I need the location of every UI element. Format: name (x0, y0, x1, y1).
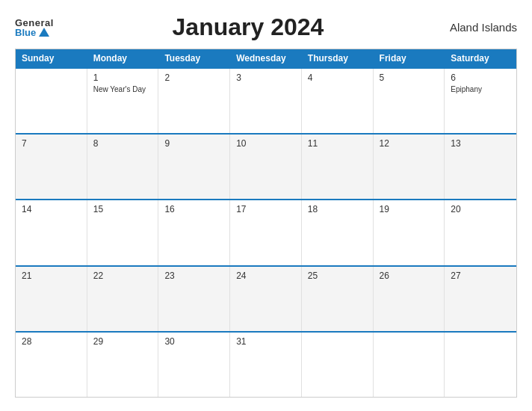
calendar-week-1: 1New Year's Day23456Epiphany (16, 67, 516, 133)
calendar-cell (302, 333, 374, 397)
day-number: 28 (22, 336, 81, 347)
calendar-cell (16, 69, 87, 133)
calendar-cell (374, 333, 445, 397)
page-header: General Blue January 2024 Aland Islands (15, 13, 517, 41)
calendar-cell: 16 (158, 200, 230, 265)
day-number: 6 (451, 72, 510, 83)
calendar-cell: 4 (302, 69, 374, 133)
logo-general-text: General (15, 18, 54, 28)
day-number: 16 (164, 204, 223, 214)
day-number: 9 (164, 138, 223, 149)
day-number: 8 (93, 138, 152, 149)
calendar-cell: 9 (158, 135, 230, 199)
day-number: 22 (93, 271, 152, 281)
calendar-cell: 23 (158, 267, 230, 331)
day-number: 10 (236, 138, 295, 149)
region-label: Aland Islands (442, 21, 517, 34)
day-header-sunday: Sunday (16, 49, 87, 67)
calendar-cell: 29 (87, 333, 159, 397)
calendar-body: 1New Year's Day23456Epiphany789101112131… (16, 67, 516, 397)
calendar-cell: 20 (445, 200, 516, 265)
calendar-cell: 21 (16, 267, 87, 331)
day-number: 17 (236, 204, 295, 214)
day-number: 1 (93, 72, 152, 83)
day-number: 12 (380, 138, 439, 149)
calendar-header-row: SundayMondayTuesdayWednesdayThursdayFrid… (16, 49, 516, 67)
calendar-cell: 5 (374, 69, 445, 133)
calendar-grid: SundayMondayTuesdayWednesdayThursdayFrid… (15, 49, 517, 398)
calendar-cell: 30 (158, 333, 230, 397)
logo-blue-text: Blue (15, 28, 49, 37)
day-header-tuesday: Tuesday (158, 49, 230, 67)
calendar-cell: 26 (374, 267, 445, 331)
holiday-label: Epiphany (451, 85, 510, 93)
day-header-monday: Monday (87, 49, 159, 67)
calendar-cell: 1New Year's Day (87, 69, 159, 133)
day-number: 15 (93, 204, 152, 214)
calendar-cell (445, 333, 516, 397)
day-header-thursday: Thursday (302, 49, 374, 67)
calendar-cell: 19 (374, 200, 445, 265)
day-number: 3 (236, 72, 295, 83)
day-number: 13 (451, 138, 510, 149)
day-number: 24 (236, 271, 295, 281)
calendar-title: January 2024 (54, 13, 442, 41)
calendar-cell: 24 (230, 267, 302, 331)
calendar-week-5: 28293031 (16, 331, 516, 397)
day-number: 30 (164, 336, 223, 347)
calendar-cell: 2 (158, 69, 230, 133)
day-number: 14 (22, 204, 81, 214)
calendar-cell: 22 (87, 267, 159, 331)
calendar-cell: 11 (302, 135, 374, 199)
calendar-week-2: 78910111213 (16, 133, 516, 199)
day-number: 21 (22, 271, 81, 281)
calendar-cell: 12 (374, 135, 445, 199)
day-number: 4 (308, 72, 367, 83)
day-number: 2 (164, 72, 223, 83)
day-number: 27 (451, 271, 510, 281)
day-number: 7 (22, 138, 81, 149)
calendar-cell: 27 (445, 267, 516, 331)
calendar-cell: 3 (230, 69, 302, 133)
calendar-cell: 14 (16, 200, 87, 265)
calendar-cell: 28 (16, 333, 87, 397)
day-header-wednesday: Wednesday (230, 49, 302, 67)
calendar-cell: 31 (230, 333, 302, 397)
day-number: 31 (236, 336, 295, 347)
day-number: 23 (164, 271, 223, 281)
day-number: 26 (380, 271, 439, 281)
day-number: 18 (308, 204, 367, 214)
calendar-cell: 10 (230, 135, 302, 199)
calendar-cell: 15 (87, 200, 159, 265)
day-number: 11 (308, 138, 367, 149)
day-number: 29 (93, 336, 152, 347)
calendar-week-3: 14151617181920 (16, 199, 516, 265)
holiday-label: New Year's Day (93, 85, 152, 93)
calendar-cell: 7 (16, 135, 87, 199)
day-header-saturday: Saturday (445, 49, 516, 67)
logo: General Blue (15, 18, 54, 37)
day-number: 19 (380, 204, 439, 214)
day-number: 20 (451, 204, 510, 214)
calendar-cell: 13 (445, 135, 516, 199)
calendar-page: General Blue January 2024 Aland Islands … (0, 0, 532, 411)
calendar-week-4: 21222324252627 (16, 265, 516, 331)
day-number: 25 (308, 271, 367, 281)
calendar-cell: 8 (87, 135, 159, 199)
calendar-cell: 17 (230, 200, 302, 265)
calendar-cell: 18 (302, 200, 374, 265)
day-number: 5 (380, 72, 439, 83)
calendar-cell: 25 (302, 267, 374, 331)
calendar-cell: 6Epiphany (445, 69, 516, 133)
day-header-friday: Friday (374, 49, 445, 67)
logo-triangle-icon (39, 28, 49, 37)
